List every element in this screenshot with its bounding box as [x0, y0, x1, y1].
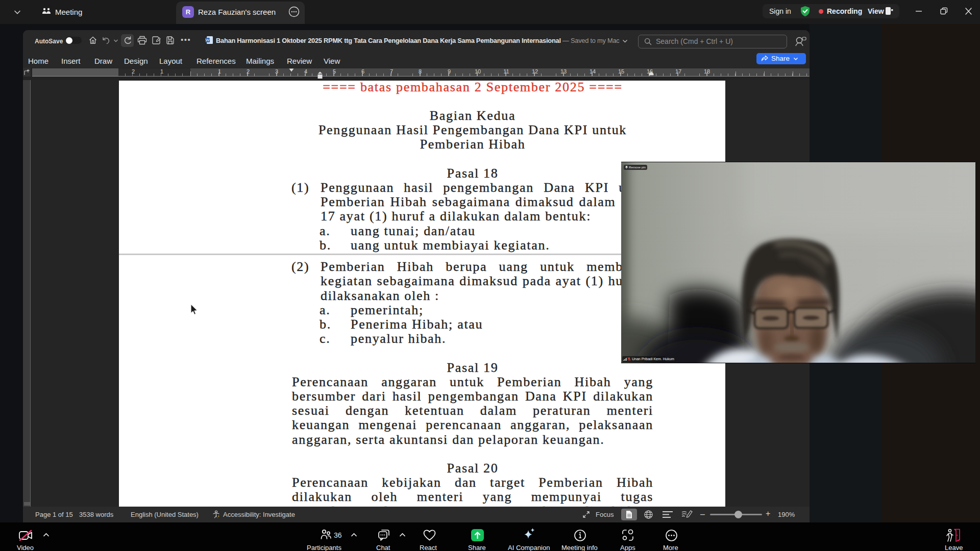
svg-text:W: W: [206, 38, 210, 42]
